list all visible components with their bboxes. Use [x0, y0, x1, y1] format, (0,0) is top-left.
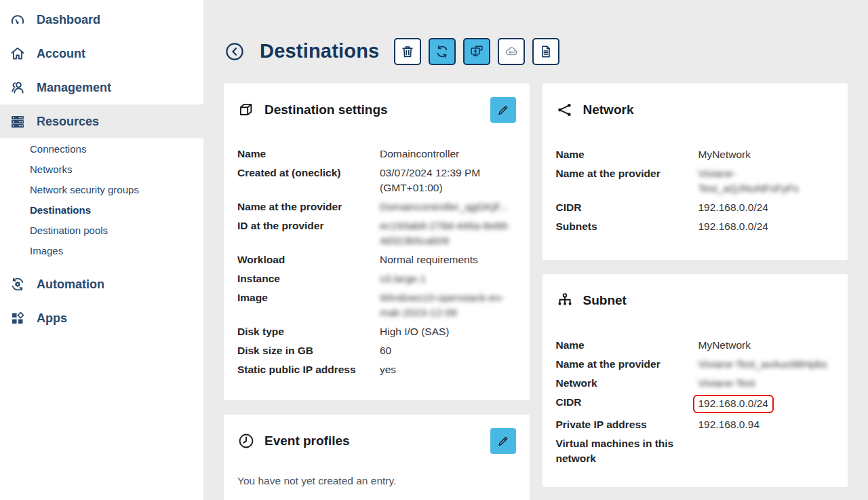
- field-label: CIDR: [556, 200, 698, 215]
- field-row-cidr: CIDR 192.168.0.0/24: [556, 395, 835, 413]
- cloud-button[interactable]: [498, 38, 525, 65]
- sidebar-item-destination-pools[interactable]: Destination pools: [0, 220, 203, 240]
- field-value-redacted: Viviane-Test_aQJNuNFsFyFs: [698, 166, 835, 196]
- field-row-name: Name MyNetwork: [556, 338, 835, 353]
- refresh-button[interactable]: [429, 38, 456, 65]
- card-title: Subnet: [583, 293, 627, 308]
- sub-item-label: Connections: [30, 143, 86, 155]
- field-value: 60: [380, 343, 516, 358]
- field-value: MyNetwork: [698, 338, 835, 353]
- gauge-icon: [9, 12, 26, 28]
- empty-state-message: You have not yet created an entry.: [237, 475, 516, 487]
- field-value: 192.168.0.0/24: [698, 219, 835, 234]
- field-value: MyNetwork: [698, 147, 835, 162]
- card-title: Event profiles: [264, 434, 350, 448]
- card-header: Subnet: [556, 288, 835, 313]
- field-value-redacted: ec193ab8-278d-446a-8e88-4d323b5cab06: [380, 218, 516, 248]
- field-row-created-at: Created at (oneclick) 03/07/2024 12:39 P…: [237, 166, 516, 195]
- card-title: Network: [583, 102, 634, 117]
- back-button[interactable]: [224, 41, 245, 62]
- field-label: CIDR: [556, 395, 698, 413]
- field-label: Disk type: [237, 324, 380, 339]
- field-label: Instance: [237, 271, 380, 286]
- event-profiles-card: Event profiles You have not yet created …: [224, 415, 530, 500]
- cloud-icon: [504, 44, 519, 59]
- cards-grid: Destination settings Name Domaincontroll…: [224, 83, 848, 500]
- sync-icon: [435, 44, 450, 59]
- sidebar-item-label: Resources: [37, 115, 99, 129]
- field-row-provider-name: Name at the provider Domaincontroller_qg…: [237, 199, 516, 214]
- sidebar-item-label: Management: [37, 81, 111, 95]
- field-label: Private IP address: [556, 417, 698, 432]
- apps-icon: [9, 310, 26, 326]
- red-highlight-box: 192.168.0.0/24: [693, 395, 774, 413]
- field-row-name: Name MyNetwork: [556, 147, 835, 162]
- field-row-subnets: Subnets 192.168.0.0/24: [556, 219, 835, 234]
- sidebar-item-apps[interactable]: Apps: [0, 301, 203, 335]
- screens-plus-icon: [469, 44, 484, 59]
- sidebar-item-network-security-groups[interactable]: Network security groups: [0, 179, 203, 199]
- field-row-static-ip: Static public IP address yes: [237, 362, 516, 377]
- field-value-redacted: Viviane-Test: [698, 376, 835, 391]
- field-value-highlighted: 192.168.0.0/24: [698, 395, 835, 413]
- sidebar-item-images[interactable]: Images: [0, 240, 203, 261]
- field-label: Virtual machines in this network: [556, 436, 698, 466]
- field-label: Subnets: [556, 219, 698, 234]
- field-row-cidr: CIDR 192.168.0.0/24: [556, 200, 835, 215]
- sidebar-item-label: Automation: [37, 277, 104, 292]
- share-icon: [556, 101, 574, 119]
- field-row-provider-name: Name at the provider Viviane-Test_axAuo9…: [556, 357, 835, 372]
- card-header: Destination settings: [237, 97, 516, 123]
- field-value: yes: [380, 362, 516, 377]
- field-row-disk-type: Disk type High I/O (SAS): [237, 324, 516, 339]
- card-header: Event profiles: [237, 428, 516, 454]
- sub-item-label: Destinations: [30, 204, 91, 216]
- sidebar-item-management[interactable]: Management: [0, 71, 203, 104]
- sidebar-item-label: Account: [37, 47, 85, 61]
- field-value: [698, 436, 835, 466]
- sub-item-label: Images: [30, 245, 63, 256]
- field-value: High I/O (SAS): [380, 324, 516, 339]
- pencil-icon: [494, 435, 512, 448]
- field-value: Domaincontroller: [380, 147, 516, 161]
- field-row-disk-size: Disk size in GB 60: [237, 343, 516, 358]
- sidebar-item-automation[interactable]: Automation: [0, 267, 203, 301]
- sidebar-item-account[interactable]: Account: [0, 37, 203, 71]
- field-value: 192.168.0.94: [698, 417, 835, 432]
- field-label: Name: [556, 338, 698, 353]
- field-label: ID at the provider: [237, 218, 380, 248]
- left-column: Destination settings Name Domaincontroll…: [224, 83, 530, 500]
- field-row-vms-in-network: Virtual machines in this network: [556, 436, 835, 466]
- sidebar-item-networks[interactable]: Networks: [0, 159, 203, 179]
- field-value: Normal requirements: [380, 252, 516, 267]
- sidebar-item-resources[interactable]: Resources: [0, 104, 203, 138]
- sidebar-item-dashboard[interactable]: Dashboard: [0, 3, 203, 37]
- edit-destination-settings-button[interactable]: [490, 97, 516, 123]
- page-title: Destinations: [260, 40, 379, 62]
- sidebar-item-destinations[interactable]: Destinations: [0, 199, 203, 220]
- sitemap-icon: [556, 292, 574, 309]
- subnet-card: Subnet Name MyNetwork Name at the provid…: [542, 274, 848, 487]
- clock-icon: [237, 432, 255, 450]
- field-row-image: Image Windows10-openstack-en-mak-2023-12…: [237, 290, 516, 320]
- destination-settings-card: Destination settings Name Domaincontroll…: [224, 83, 530, 400]
- field-row-provider-name: Name at the provider Viviane-Test_aQJNuN…: [556, 166, 835, 196]
- card-title: Destination settings: [264, 102, 388, 117]
- sidebar-item-connections[interactable]: Connections: [0, 138, 203, 159]
- sidebar: Dashboard Account Management Resourc: [0, 0, 203, 500]
- field-rows: Name MyNetwork Name at the provider Vivi…: [556, 338, 835, 466]
- clone-vm-button[interactable]: [463, 38, 490, 65]
- report-button[interactable]: [532, 38, 559, 65]
- delete-button[interactable]: [394, 38, 421, 65]
- home-icon: [9, 45, 26, 62]
- resources-sub-list: Connections Networks Network security gr…: [0, 138, 203, 261]
- field-rows: Name Domaincontroller Created at (onecli…: [237, 147, 516, 377]
- field-row-provider-id: ID at the provider ec193ab8-278d-446a-8e…: [237, 218, 516, 248]
- field-label: Name: [237, 147, 380, 161]
- network-card: Network Name MyNetwork Name at the provi…: [542, 83, 848, 260]
- edit-event-profiles-button[interactable]: [490, 428, 516, 454]
- field-label: Created at (oneclick): [237, 166, 380, 195]
- field-value-redacted: Windows10-openstack-en-mak-2023-12-08: [380, 290, 516, 320]
- sub-item-label: Network security groups: [30, 184, 139, 195]
- field-value-redacted: Domaincontroller_qgGKjF...: [380, 199, 516, 214]
